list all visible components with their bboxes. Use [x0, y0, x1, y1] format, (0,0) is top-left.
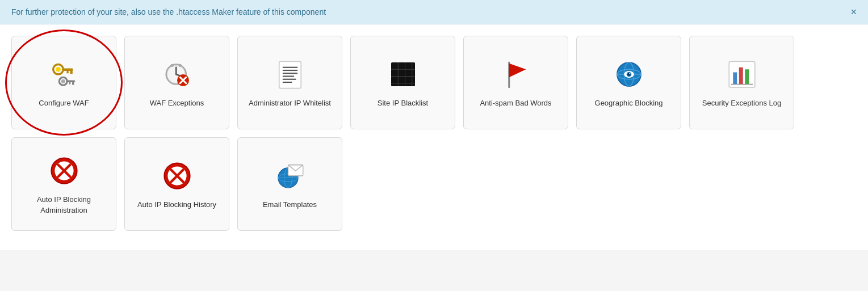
svg-rect-2	[62, 69, 73, 71]
red-x-circle-icon-history	[159, 158, 195, 194]
svg-marker-34	[509, 64, 526, 78]
grid-row-1: Configure WAF WAF Excepti	[11, 36, 857, 129]
auto-ip-blocking-history-label: Auto IP Blocking History	[137, 200, 216, 210]
banner-close-button[interactable]: ×	[850, 7, 857, 17]
antispam-bad-words-label: Anti-spam Bad Words	[480, 98, 551, 108]
grid-item-antispam-bad-words[interactable]: Anti-spam Bad Words	[463, 36, 568, 129]
svg-rect-19	[279, 62, 301, 88]
keys-icon	[46, 56, 82, 92]
svg-point-1	[56, 67, 61, 72]
globe-eye-icon	[611, 56, 647, 92]
grid-item-email-templates[interactable]: Email Templates	[237, 137, 342, 231]
grid-item-auto-ip-blocking-history[interactable]: Auto IP Blocking History	[124, 137, 229, 231]
red-flag-icon	[498, 56, 534, 92]
list-doc-icon	[272, 56, 308, 92]
svg-rect-44	[733, 73, 737, 85]
security-exceptions-log-label: Security Exceptions Log	[702, 98, 781, 108]
grid-item-geographic-blocking[interactable]: Geographic Blocking	[576, 36, 681, 129]
admin-ip-whitelist-label: Administrator IP Whitelist	[249, 98, 331, 108]
clock-stop-icon	[159, 56, 195, 92]
auto-ip-blocking-admin-label: Auto IP Blocking Administration	[18, 195, 110, 215]
email-globe-icon	[272, 158, 308, 194]
grid-item-waf-exceptions[interactable]: WAF Exceptions	[124, 36, 229, 129]
svg-rect-4	[66, 71, 69, 73]
svg-rect-9	[69, 82, 70, 85]
configure-waf-label: Configure WAF	[39, 98, 89, 108]
banner-message: For further protection of your site, als…	[11, 7, 326, 16]
svg-point-6	[61, 79, 65, 83]
waf-exceptions-label: WAF Exceptions	[150, 98, 204, 108]
grid-item-security-exceptions-log[interactable]: Security Exceptions Log	[689, 36, 794, 129]
site-ip-blacklist-label: Site IP Blacklist	[378, 98, 428, 108]
grid-item-configure-waf[interactable]: Configure WAF	[11, 36, 116, 129]
svg-point-15	[178, 64, 181, 67]
svg-rect-3	[70, 71, 72, 74]
grid-item-admin-ip-whitelist[interactable]: Administrator IP Whitelist	[237, 36, 342, 129]
grid-item-auto-ip-blocking-admin[interactable]: Auto IP Blocking Administration	[11, 137, 116, 231]
bar-chart-icon	[724, 56, 760, 92]
svg-rect-8	[72, 82, 74, 85]
svg-rect-7	[66, 81, 75, 83]
geographic-blocking-label: Geographic Blocking	[595, 98, 663, 108]
info-banner: For further protection of your site, als…	[0, 0, 868, 24]
svg-rect-45	[739, 68, 743, 85]
black-grid-icon	[385, 56, 421, 92]
red-x-circle-icon-admin	[46, 153, 82, 189]
grid-item-site-ip-blacklist[interactable]: Site IP Blacklist	[350, 36, 455, 129]
svg-point-42	[629, 73, 630, 74]
email-templates-label: Email Templates	[263, 200, 317, 210]
svg-rect-46	[745, 70, 749, 85]
grid-row-2: Auto IP Blocking Administration Auto IP …	[11, 137, 857, 231]
svg-point-14	[170, 64, 173, 67]
svg-rect-26	[391, 62, 415, 86]
